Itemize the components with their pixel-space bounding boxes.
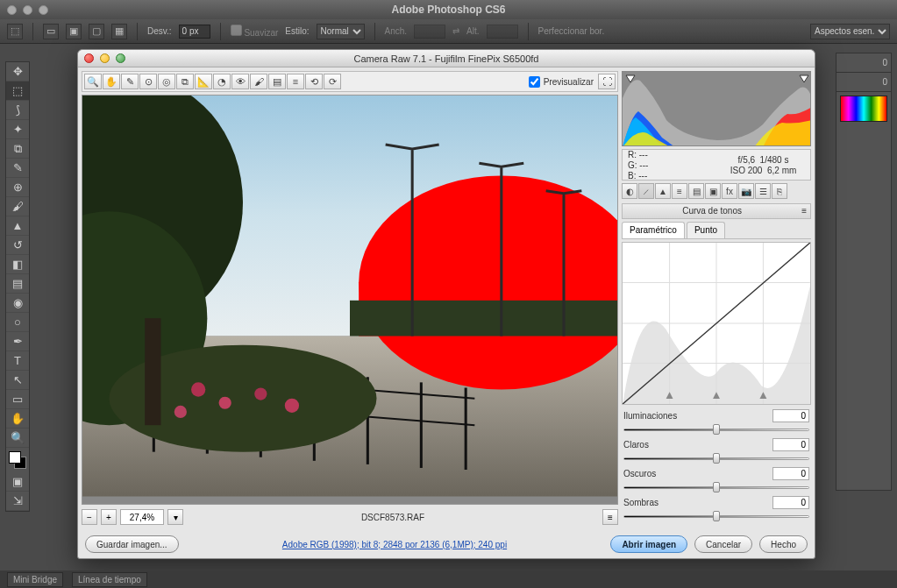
brush-tool[interactable]: 🖌 [6,197,29,216]
tab-snapshots-icon[interactable]: ⎘ [772,183,787,199]
zoom-tool[interactable]: 🔍 [6,429,29,448]
tab-tone-curve-icon[interactable]: ⟋ [638,183,654,199]
cr-zoom-tool[interactable]: 🔍 [84,74,102,89]
move-tool[interactable]: ✥ [6,62,29,81]
histogram[interactable] [622,71,811,146]
cr-fullscreen-button[interactable]: ⛶ [598,74,616,89]
tab-hsl-icon[interactable]: ≡ [672,183,687,199]
oscuros-slider[interactable] [623,481,809,493]
cr-crop-tool[interactable]: ⧉ [176,74,194,89]
image-preview[interactable] [82,95,618,505]
cr-minimize-button[interactable] [100,53,110,63]
preview-checkbox-label[interactable]: Previsualizar [529,76,594,88]
preview-bottom-bar: − + 27,4% ▾ DSCF8573.RAF ≡ [82,507,618,527]
cr-close-button[interactable] [84,53,94,63]
heal-tool[interactable]: ⊕ [6,178,29,197]
iluminaciones-input[interactable] [772,409,809,422]
claros-input[interactable] [772,438,809,451]
color-swatches[interactable] [9,451,26,469]
tool-preset-icon[interactable]: ⬚ [7,24,23,39]
tab-camera-icon[interactable]: 📷 [738,183,754,199]
path-tool[interactable]: ↖ [6,371,29,390]
cr-rotate-ccw-button[interactable]: ⟲ [305,74,323,89]
mini-bridge-tab[interactable]: Mini Bridge [7,572,63,587]
zoom-in-button[interactable]: + [101,509,117,525]
tab-detail-icon[interactable]: ▲ [655,183,671,199]
zoom-value[interactable]: 27,4% [120,509,164,525]
gradient-tool[interactable]: ▤ [6,274,29,294]
cr-straighten-tool[interactable]: 📐 [195,74,212,89]
cr-redeye-tool[interactable]: 👁 [231,74,249,89]
workspace-select[interactable]: Aspectos esen. [810,24,890,39]
cr-color-sampler-tool[interactable]: ⊙ [139,74,157,89]
open-image-button[interactable]: Abrir imagen [610,535,687,553]
color-ramp[interactable] [840,96,887,122]
dodge-tool[interactable]: ○ [6,313,29,332]
sombras-slider[interactable] [623,510,809,522]
eyedropper-tool[interactable]: ✎ [6,159,29,178]
subtab-punto[interactable]: Punto [687,222,725,238]
hand-tool[interactable]: ✋ [6,409,29,429]
wand-tool[interactable]: ✦ [6,120,29,139]
marquee-tool[interactable]: ⬚ [6,81,29,101]
panel-title: Curva de tonos ≡ [622,203,811,219]
pen-tool[interactable]: ✒ [6,332,29,351]
tone-curve[interactable] [622,242,811,405]
oscuros-input[interactable] [772,467,809,480]
minimize-window-button[interactable] [23,5,32,15]
tab-basic-icon[interactable]: ◐ [622,183,637,199]
crop-tool[interactable]: ⧉ [6,139,29,159]
iluminaciones-slider[interactable] [623,423,809,436]
refine-edge-button[interactable]: Perfeccionar bor. [538,26,605,36]
height-label: Alt. [466,26,479,36]
tab-presets-icon[interactable]: ☰ [755,183,771,199]
tab-fx-icon[interactable]: fx [722,183,737,199]
selection-new-icon[interactable]: ▭ [43,24,59,39]
exif-readout: R: --- G: --- B: --- f/5,6 1/480 s ISO 2… [622,149,811,181]
maximize-window-button[interactable] [39,5,48,15]
selection-intersect-icon[interactable]: ▦ [111,24,127,39]
tab-split-icon[interactable]: ▤ [688,183,704,199]
screenmode-toggle[interactable]: ⇲ [6,492,29,511]
done-button[interactable]: Hecho [759,535,808,553]
claros-slider[interactable] [623,452,809,464]
selection-subtract-icon[interactable]: ▢ [89,24,104,39]
cr-rotate-cw-button[interactable]: ⟳ [324,74,341,89]
eraser-tool[interactable]: ◧ [6,255,29,274]
history-brush-tool[interactable]: ↺ [6,236,29,255]
type-tool[interactable]: T [6,351,29,371]
options-bar: ⬚ ▭ ▣ ▢ ▦ Desv.: Suavizar Estilo: Normal… [0,19,897,44]
close-window-button[interactable] [7,5,17,15]
slider-claros: Claros [622,438,811,465]
shape-tool[interactable]: ▭ [6,390,29,409]
cr-wb-tool[interactable]: ✎ [121,74,139,89]
blur-tool[interactable]: ◉ [6,294,29,313]
panel-menu-icon[interactable]: ≡ [801,204,807,218]
preview-checkbox[interactable] [529,76,540,88]
cr-spot-tool[interactable]: ◔ [213,74,231,89]
cr-hand-tool[interactable]: ✋ [103,74,120,89]
filmstrip-toggle[interactable]: ≡ [602,509,618,525]
cr-targeted-tool[interactable]: ◎ [158,74,175,89]
cr-maximize-button[interactable] [116,53,125,63]
style-select[interactable]: Normal [317,24,365,39]
subtab-parametrico[interactable]: Paramétrico [622,222,685,238]
window-controls [7,5,48,15]
workflow-link[interactable]: Adobe RGB (1998); bit 8; 2848 por 2136 (… [186,540,604,549]
cr-prefs-button[interactable]: ≡ [287,74,304,89]
tab-lens-icon[interactable]: ▣ [705,183,721,199]
timeline-tab[interactable]: Línea de tiempo [72,572,147,587]
save-image-button[interactable]: Guardar imagen... [85,535,179,553]
zoom-out-button[interactable]: − [82,509,97,525]
quickmask-toggle[interactable]: ▣ [6,472,29,492]
zoom-dropdown-button[interactable]: ▾ [167,509,183,525]
cr-brush-tool[interactable]: 🖌 [250,74,267,89]
stamp-tool[interactable]: ▲ [6,216,29,236]
cr-gradient-tool[interactable]: ▤ [268,74,286,89]
selection-add-icon[interactable]: ▣ [66,24,82,39]
sombras-input[interactable] [772,496,809,509]
camera-raw-titlebar: Camera Raw 7.1 - Fujifilm FinePix S6500f… [78,50,815,67]
lasso-tool[interactable]: ⟆ [6,101,29,120]
cancel-button[interactable]: Cancelar [694,535,752,553]
feather-input[interactable] [179,25,210,39]
